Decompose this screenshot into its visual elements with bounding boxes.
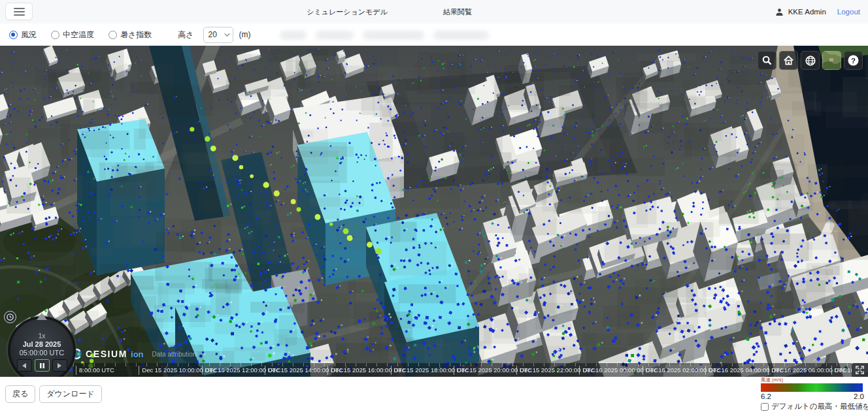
cesium-brand-text[interactable]: CESIUM <box>86 349 127 359</box>
step-reverse-button[interactable] <box>17 359 32 372</box>
globe-icon[interactable] <box>801 51 820 70</box>
radio-unselected-icon <box>51 31 59 39</box>
cesium-credit: CESIUM ion Data attribution <box>71 348 196 360</box>
play-button[interactable] <box>52 359 67 372</box>
data-attribution-link[interactable]: Data attribution <box>152 351 197 358</box>
radio-air-temperature[interactable]: 中空温度 <box>51 29 94 40</box>
radio-unselected-icon <box>108 31 117 39</box>
user-area: KKE Admin Logout <box>775 0 860 24</box>
logout-link[interactable]: Logout <box>837 8 860 16</box>
search-icon[interactable] <box>758 51 776 70</box>
tab-results-view[interactable]: 結果閲覧 <box>443 7 472 17</box>
animation-widget: 1x Jul 28 2025 05:00:00 UTC <box>8 313 80 377</box>
fullscreen-icon <box>855 365 865 375</box>
legend-title: 風速 (m/s) <box>761 377 864 383</box>
timeline-bar[interactable]: 8:00:00 UTCDec 15 2025 10:00:00 UTCDec 1… <box>73 363 852 377</box>
menu-button[interactable] <box>5 3 33 20</box>
height-select[interactable]: 20 <box>203 27 233 43</box>
fullscreen-button[interactable] <box>852 363 868 377</box>
height-unit-label: (m) <box>239 30 251 39</box>
top-header: シミュレーションモデル 結果閲覧 KKE Admin Logout <box>0 0 868 24</box>
radio-heat-index[interactable]: 暑さ指数 <box>108 29 152 40</box>
help-icon[interactable]: ? <box>844 51 863 70</box>
animation-speed: 1x <box>39 332 46 340</box>
home-icon[interactable] <box>779 51 798 70</box>
app-root: シミュレーションモデル 結果閲覧 KKE Admin Logout 風況 中空温… <box>0 0 868 416</box>
tab-simulation-model[interactable]: シミュレーションモデル <box>307 7 388 17</box>
height-select-value: 20 <box>209 30 217 39</box>
hamburger-icon <box>14 8 25 16</box>
legend-max-value: 6.2 <box>761 392 771 400</box>
redacted-text-area <box>280 27 489 42</box>
timeline-label[interactable]: 8:00:00 UTC <box>76 366 114 375</box>
baselayer-picker-icon[interactable] <box>822 51 841 70</box>
cesium-ion-text[interactable]: ion <box>131 349 144 359</box>
wind-particles-canvas <box>0 46 868 377</box>
back-button[interactable]: 戻る <box>5 385 35 403</box>
realtime-clock-icon[interactable] <box>4 311 16 323</box>
radio-heat-index-label: 暑さ指数 <box>120 29 152 40</box>
timeline-label[interactable]: Dec 16 2025 0 <box>831 366 852 375</box>
checkbox-input[interactable] <box>761 403 769 411</box>
animation-time: 05:00:00 UTC <box>20 349 64 357</box>
wind-speed-legend: 風速 (m/s) 6.2 2.0 デフォルトの最高・最低値を使用する <box>761 377 864 411</box>
control-bar: 風況 中空温度 暑さ指数 高さ 20 (m) <box>0 24 868 46</box>
chevron-down-icon <box>224 31 229 36</box>
height-label: 高さ <box>178 29 193 40</box>
svg-text:?: ? <box>851 57 856 65</box>
shuttle-ring-dial[interactable]: 1x Jul 28 2025 05:00:00 UTC <box>8 316 76 377</box>
legend-gradient-bar <box>761 383 863 392</box>
pause-button[interactable] <box>35 359 50 372</box>
cesium-viewer[interactable]: ? 1x Jul 28 2025 05:00:00 UTC <box>0 46 868 377</box>
download-button[interactable]: ダウンロード <box>39 385 101 403</box>
radio-wind-condition-label: 風況 <box>21 29 37 40</box>
radio-selected-icon <box>9 31 18 39</box>
user-name: KKE Admin <box>788 8 826 16</box>
legend-min-value: 2.0 <box>854 392 864 400</box>
animation-date: Jul 28 2025 <box>23 340 61 348</box>
checkbox-label: デフォルトの最高・最低値を使用する <box>771 402 868 411</box>
radio-air-temperature-label: 中空温度 <box>63 29 94 40</box>
use-default-minmax-checkbox[interactable]: デフォルトの最高・最低値を使用する <box>761 402 864 411</box>
shuttle-ring-pointer[interactable] <box>37 313 47 320</box>
viewer-toolbar: ? <box>758 51 863 70</box>
radio-wind-condition[interactable]: 風況 <box>9 29 37 40</box>
footer: 戻る ダウンロード 風速 (m/s) 6.2 2.0 デフォルトの最高・最低値を… <box>0 377 868 416</box>
person-icon <box>775 8 784 16</box>
